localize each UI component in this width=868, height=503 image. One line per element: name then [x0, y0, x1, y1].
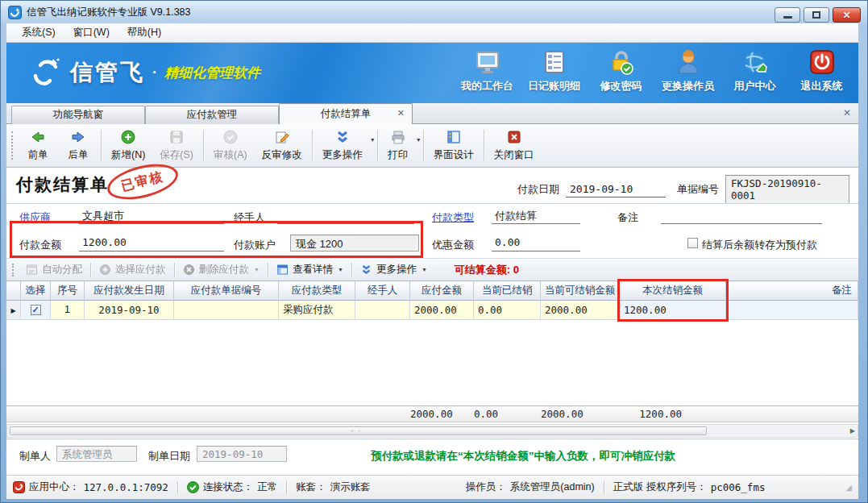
chevron-down-icon: ▼ — [254, 267, 260, 272]
prev-doc-button[interactable]: 前单 — [18, 124, 58, 167]
print-button[interactable]: 打印 ▼ — [380, 124, 421, 167]
header-seq[interactable]: 序号 — [51, 281, 85, 301]
total-available: 2000.00 — [541, 406, 620, 422]
app-center-label: 应用中心： — [29, 480, 80, 494]
cell-current-settle[interactable]: 1200.00 — [620, 301, 726, 320]
toolbar-separator — [351, 263, 352, 277]
view-detail-button[interactable]: 查看详情 ▼ — [270, 263, 350, 276]
toolbar-button-label: 后单 — [69, 148, 89, 162]
supplier-label[interactable]: 供应商 — [19, 210, 51, 225]
horizontal-scrollbar[interactable]: ▶ — [6, 424, 858, 438]
total-spacer — [174, 406, 279, 422]
new-button[interactable]: 新增(N) — [104, 124, 152, 167]
header-current-settle[interactable]: 本次结销金额 — [620, 281, 726, 301]
header-remark[interactable]: 备注 — [726, 281, 858, 301]
toolbar-grip[interactable] — [11, 131, 15, 160]
scrollbar-right-arrow-icon[interactable]: ▶ — [850, 427, 855, 434]
switch-operator-user-icon — [675, 48, 702, 76]
tab-function-nav[interactable]: 功能导航窗 — [11, 106, 145, 124]
status-separator — [604, 481, 604, 494]
tabstrip-close-icon[interactable]: ✕ — [843, 107, 851, 118]
header-date[interactable]: 应付款发生日期 — [85, 281, 174, 301]
cell-settled: 0.00 — [474, 301, 541, 320]
banner-action-exit[interactable]: 退出系统 — [788, 48, 855, 94]
toolbar-separator — [312, 130, 313, 161]
brand-tagline: 精细化管理软件 — [164, 64, 260, 82]
supplier-field[interactable]: 文具超市 — [79, 209, 224, 224]
row-checkbox[interactable]: ✓ — [31, 305, 41, 315]
minimize-button[interactable] — [775, 7, 800, 23]
exit-power-icon — [808, 48, 836, 76]
total-spacer — [51, 406, 85, 422]
row-arrow-icon: ▶ — [10, 307, 15, 314]
resize-grip-icon[interactable]: ◢ — [845, 483, 852, 492]
table-row[interactable]: ▶ ✓ 1 2019-09-10 采购应付款 2000.00 0.00 2000… — [6, 301, 858, 320]
header-handler[interactable]: 经手人 — [355, 281, 410, 301]
banner-action-user-center[interactable]: 用户中心 — [721, 48, 788, 94]
banner-action-label: 修改密码 — [600, 79, 642, 94]
account-set-label: 账套： — [296, 480, 326, 494]
unaudit-button[interactable]: 反审修改 — [255, 124, 309, 167]
auto-assign-icon — [26, 264, 38, 276]
discount-label: 优惠金额 — [432, 238, 474, 252]
tab-payables-mgmt[interactable]: 应付款管理 — [145, 106, 279, 124]
tab-strip: 功能导航窗 应付款管理 付款结算单 ✕ ✕ — [6, 103, 858, 124]
menu-help[interactable]: 帮助(H) — [118, 23, 170, 42]
tab-close-icon[interactable]: ✕ — [397, 109, 405, 118]
discount-field[interactable]: 0.00 — [492, 236, 580, 252]
more-actions-icon — [334, 129, 351, 145]
toolbar-button-label: 新增(N) — [111, 148, 145, 162]
chevron-down-icon: ▼ — [422, 267, 427, 272]
scrollbar-thumb[interactable] — [10, 426, 707, 435]
toolbar-button-label: 前单 — [28, 148, 48, 162]
remark-label: 备注 — [617, 210, 638, 225]
chevron-down-icon: ▼ — [338, 267, 343, 272]
detail-more-actions-button[interactable]: 更多操作 ▼ — [354, 263, 434, 276]
amount-field[interactable]: 1200.00 — [79, 236, 224, 252]
header-available[interactable]: 当前可结销金额 — [541, 281, 620, 301]
brand-name: 信管飞 — [70, 57, 145, 88]
delete-payable-icon — [183, 264, 195, 276]
next-doc-button[interactable]: 后单 — [58, 124, 98, 167]
toolbar-separator — [174, 263, 175, 277]
banner-action-change-password[interactable]: 修改密码 — [588, 48, 654, 94]
menu-window[interactable]: 窗口(W) — [64, 23, 118, 42]
menu-system[interactable]: 系统(S) — [13, 23, 64, 42]
toolbar-button-label: 关闭窗口 — [494, 148, 534, 162]
app-window: 信管飞出纳记账软件专业版 V9.1.383 ✕ 系统(S) 窗口(W) 帮助(H… — [0, 0, 868, 503]
payment-type-field[interactable]: 付款结算 — [492, 209, 580, 224]
cell-remark[interactable] — [726, 301, 858, 320]
close-window-button[interactable]: 关闭窗口 — [487, 124, 542, 167]
header-type[interactable]: 应付款类型 — [279, 281, 355, 301]
toolbar-button-label: 保存(S) — [160, 148, 193, 162]
connection-label: 连接状态： — [203, 480, 254, 494]
transfer-prepaid-checkbox[interactable] — [687, 238, 698, 248]
toolbar-separator — [101, 130, 102, 161]
header-doc-no[interactable]: 应付款单据编号 — [174, 281, 279, 301]
create-date-label: 制单日期 — [148, 449, 190, 464]
banner-action-journal[interactable]: 日记账明细 — [521, 48, 588, 94]
cell-select[interactable]: ✓ — [21, 301, 51, 320]
total-payable: 2000.00 — [410, 406, 474, 422]
form-footer: 制单人 系统管理员 制单日期 2019-09-10 预付款或退款请在“本次结销金… — [6, 439, 858, 475]
toolbar-grip[interactable] — [12, 264, 16, 276]
payment-date-field[interactable]: 2019-09-10 — [566, 182, 666, 197]
handler-field[interactable] — [277, 209, 414, 224]
audit-button: 审核(A) — [206, 124, 255, 167]
header-select[interactable]: 选择 — [21, 281, 51, 301]
main-toolbar: 前单 后单 新增(N) 保存(S) 审核(A) 反审修改 更多操作 ▼ — [6, 124, 858, 168]
account-field[interactable]: 现金 1200 — [290, 235, 419, 252]
header-settled[interactable]: 当前已结销 — [474, 281, 541, 301]
more-actions-button[interactable]: 更多操作 ▼ — [315, 124, 375, 167]
close-button[interactable]: ✕ — [833, 7, 861, 23]
app-center-icon — [13, 481, 25, 493]
tab-payment-settlement[interactable]: 付款结算单 ✕ — [279, 103, 413, 124]
banner-action-workbench[interactable]: 我的工作台 — [454, 48, 521, 94]
banner-action-switch-operator[interactable]: 更换操作员 — [654, 48, 721, 94]
maximize-button[interactable] — [804, 7, 829, 23]
ui-design-button[interactable]: 界面设计 — [426, 124, 481, 167]
cell-type: 采购应付款 — [279, 301, 355, 320]
remark-field[interactable] — [661, 209, 822, 224]
header-payable[interactable]: 应付金额 — [410, 281, 474, 301]
payment-type-label[interactable]: 付款类型 — [432, 210, 474, 225]
